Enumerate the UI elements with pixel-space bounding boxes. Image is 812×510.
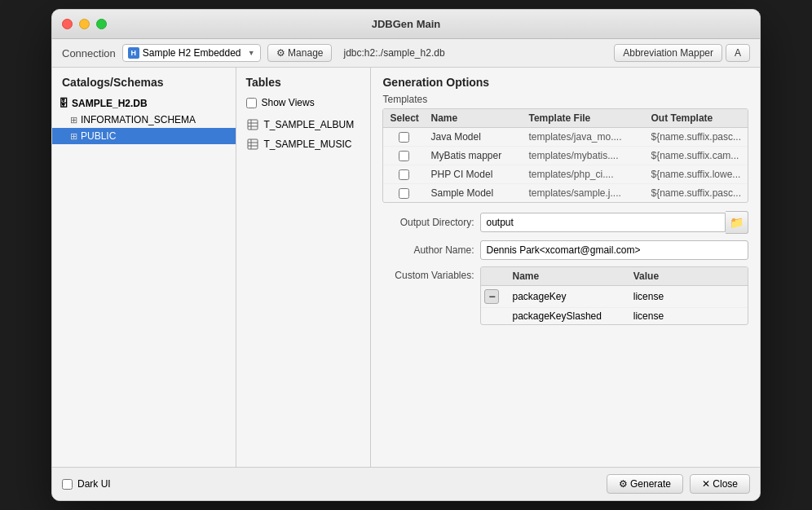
show-views-checkbox[interactable] bbox=[246, 98, 257, 108]
var-name-1: packageKeySlashed bbox=[505, 308, 626, 324]
template-checkbox-0[interactable] bbox=[399, 132, 409, 143]
table-item-album[interactable]: T_SAMPLE_ALBUM bbox=[236, 115, 371, 134]
template-file-0: templates/java_mo.... bbox=[522, 128, 644, 146]
vars-remove-button-1[interactable] bbox=[481, 313, 505, 319]
col-header-select: Select bbox=[383, 109, 424, 127]
author-name-input[interactable]: Dennis Park<xcomart@gmail.com> bbox=[480, 240, 748, 260]
var-name-0: packageKey bbox=[505, 288, 626, 305]
connection-dropdown[interactable]: H Sample H2 Embedded ▼ bbox=[122, 44, 261, 62]
vars-col-name-header: Name bbox=[505, 267, 626, 285]
author-name-row: Author Name: Dennis Park<xcomart@gmail.c… bbox=[382, 240, 748, 260]
manage-button[interactable]: ⚙ Manage bbox=[267, 44, 333, 62]
maximize-button[interactable] bbox=[96, 19, 107, 29]
tree-item-public[interactable]: ⊞ PUBLIC bbox=[52, 128, 236, 144]
show-views-label: Show Views bbox=[262, 97, 315, 108]
col-header-out: Out Template bbox=[644, 109, 748, 127]
custom-variables-table: Name Value − packageKey license packageK… bbox=[480, 266, 748, 325]
table-row: PHP CI Model templates/php_ci.... ${name… bbox=[383, 165, 748, 184]
toolbar: Connection H Sample H2 Embedded ▼ ⚙ Mana… bbox=[52, 39, 760, 68]
template-file-3: templates/sample.j.... bbox=[522, 184, 644, 202]
template-name-3: Sample Model bbox=[424, 184, 522, 202]
templates-label: Templates bbox=[382, 94, 748, 105]
vars-row: packageKeySlashed license bbox=[481, 308, 748, 324]
main-window: JDBGen Main Connection H Sample H2 Embed… bbox=[51, 9, 761, 501]
chevron-down-icon: ▼ bbox=[248, 49, 255, 57]
template-checkbox-3[interactable] bbox=[399, 188, 409, 199]
catalogs-header: Catalogs/Schemas bbox=[52, 68, 236, 94]
col-header-file: Template File bbox=[522, 109, 644, 127]
generate-button[interactable]: ⚙ Generate bbox=[607, 474, 683, 494]
browse-button[interactable]: 📁 bbox=[726, 211, 748, 234]
tables-header: Tables bbox=[236, 68, 371, 94]
template-checkbox-1[interactable] bbox=[399, 151, 409, 161]
svg-rect-4 bbox=[248, 139, 258, 149]
table-row: Java Model templates/java_mo.... ${name.… bbox=[383, 128, 748, 147]
vars-row: − packageKey license bbox=[481, 286, 748, 308]
template-name-2: PHP CI Model bbox=[424, 165, 522, 183]
var-value-1: license bbox=[627, 308, 748, 324]
traffic-lights bbox=[62, 19, 107, 29]
output-input-wrap: 📁 bbox=[480, 211, 748, 234]
abbreviation-group: Abbreviation Mapper A bbox=[614, 44, 750, 62]
output-directory-row: Output Directory: 📁 bbox=[382, 211, 748, 234]
close-button[interactable]: ✕ Close bbox=[690, 474, 750, 494]
connection-db-icon: H bbox=[128, 47, 139, 59]
main-content: Catalogs/Schemas 🗄 SAMPLE_H2.DB ⊞ INFORM… bbox=[52, 68, 760, 467]
generation-header: Generation Options bbox=[382, 76, 748, 89]
output-directory-input[interactable] bbox=[480, 213, 726, 232]
template-out-2: ${name.suffix.lowe... bbox=[644, 165, 748, 183]
svg-rect-0 bbox=[248, 120, 258, 130]
tree-item-information-schema[interactable]: ⊞ INFORMATION_SCHEMA bbox=[52, 112, 236, 128]
author-name-value: Dennis Park<xcomart@gmail.com> bbox=[486, 244, 640, 256]
vars-col-value-header: Value bbox=[627, 267, 748, 285]
connection-label: Connection bbox=[62, 47, 116, 59]
catalogs-panel: Catalogs/Schemas 🗄 SAMPLE_H2.DB ⊞ INFORM… bbox=[52, 68, 236, 467]
statusbar-buttons: ⚙ Generate ✕ Close bbox=[607, 474, 750, 494]
vars-remove-button-0[interactable]: − bbox=[481, 286, 505, 307]
author-name-label: Author Name: bbox=[382, 244, 480, 256]
minimize-button[interactable] bbox=[79, 19, 90, 29]
template-name-1: MyBatis mapper bbox=[424, 147, 522, 165]
template-file-1: templates/mybatis.... bbox=[522, 147, 644, 165]
table-name: T_SAMPLE_MUSIC bbox=[264, 138, 352, 150]
schema-icon: ⊞ bbox=[70, 131, 77, 142]
template-file-2: templates/php_ci.... bbox=[522, 165, 644, 183]
dark-ui-row: Dark UI bbox=[62, 478, 111, 490]
vars-col-action-header bbox=[481, 267, 505, 285]
dark-ui-checkbox[interactable] bbox=[62, 479, 73, 490]
abbr-short-button[interactable]: A bbox=[726, 44, 750, 62]
window-title: JDBGen Main bbox=[372, 18, 441, 30]
dark-ui-label: Dark UI bbox=[77, 478, 111, 490]
table-list: T_SAMPLE_ALBUM T_SAMPLE_MUSIC bbox=[236, 112, 371, 157]
tree-item-label: SAMPLE_H2.DB bbox=[72, 98, 148, 109]
output-directory-label: Output Directory: bbox=[382, 217, 480, 228]
table-row: Sample Model templates/sample.j.... ${na… bbox=[383, 184, 748, 202]
var-value-0: license bbox=[627, 288, 748, 305]
connection-url: jdbc:h2:./sample_h2.db bbox=[338, 45, 449, 61]
template-out-3: ${name.suffix.pasc... bbox=[644, 184, 748, 202]
show-views-row: Show Views bbox=[236, 94, 371, 112]
template-out-0: ${name.suffix.pasc... bbox=[644, 128, 748, 146]
close-button[interactable] bbox=[62, 19, 73, 29]
minus-icon[interactable]: − bbox=[484, 289, 499, 304]
database-icon: 🗄 bbox=[59, 98, 68, 109]
table-name: T_SAMPLE_ALBUM bbox=[264, 119, 355, 130]
catalogs-tree: 🗄 SAMPLE_H2.DB ⊞ INFORMATION_SCHEMA ⊞ PU… bbox=[52, 94, 236, 467]
templates-table: Select Name Template File Out Template J… bbox=[382, 108, 748, 203]
table-item-music[interactable]: T_SAMPLE_MUSIC bbox=[236, 134, 371, 154]
col-header-name: Name bbox=[424, 109, 522, 127]
vars-table-header: Name Value bbox=[481, 267, 748, 286]
schema-icon: ⊞ bbox=[70, 115, 77, 125]
table-row: MyBatis mapper templates/mybatis.... ${n… bbox=[383, 147, 748, 165]
template-checkbox-2[interactable] bbox=[399, 169, 409, 180]
titlebar: JDBGen Main bbox=[52, 10, 760, 39]
tables-panel: Tables Show Views T_SAMPLE_ALBUM bbox=[236, 68, 372, 467]
template-out-1: ${name.suffix.cam... bbox=[644, 147, 748, 165]
abbreviation-mapper-button[interactable]: Abbreviation Mapper bbox=[614, 44, 722, 62]
generation-panel: Generation Options Templates Select Name… bbox=[371, 68, 760, 467]
tree-item-sample-h2-db[interactable]: 🗄 SAMPLE_H2.DB bbox=[52, 95, 236, 112]
custom-variables-section: Custom Variables: Name Value − packageKe… bbox=[382, 266, 748, 325]
custom-variables-label: Custom Variables: bbox=[382, 266, 480, 281]
statusbar: Dark UI ⚙ Generate ✕ Close bbox=[52, 467, 760, 500]
table-icon bbox=[246, 138, 259, 151]
